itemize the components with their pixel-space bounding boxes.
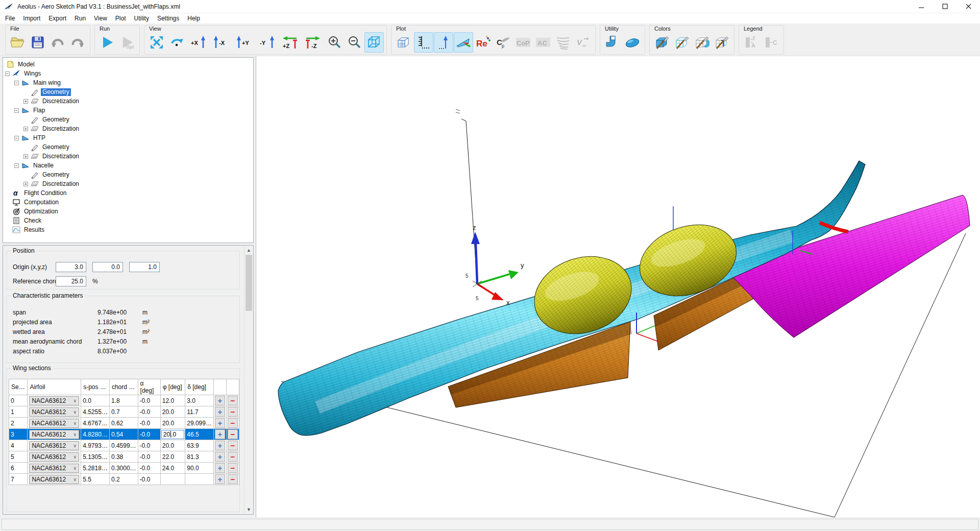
origin-y-field[interactable]: 0.0 bbox=[92, 262, 123, 272]
tree-item-geometry[interactable]: Geometry bbox=[3, 87, 253, 96]
value-cell[interactable] bbox=[160, 474, 185, 485]
value-cell[interactable]: 3.0 bbox=[185, 395, 214, 406]
expand-icon[interactable]: + bbox=[23, 127, 28, 131]
remove-section-button[interactable]: − bbox=[228, 441, 238, 450]
value-cell[interactable]: 90.0 bbox=[185, 463, 214, 474]
view-plus-z-button[interactable]: +Z bbox=[279, 32, 301, 53]
value-cell[interactable]: 20.0 bbox=[160, 418, 185, 429]
tree-item-discretization[interactable]: +Discretization bbox=[3, 179, 253, 188]
value-cell[interactable]: -0.0 bbox=[138, 429, 160, 440]
properties-scrollbar[interactable]: ▲ ▼ bbox=[244, 246, 253, 514]
plot-vectors-button[interactable] bbox=[434, 32, 453, 53]
value-cell[interactable]: 0.0 bbox=[81, 395, 110, 406]
plot-cp-button[interactable]: Cp bbox=[494, 32, 513, 53]
airfoil-dropdown[interactable]: NACA63612∨ bbox=[29, 407, 79, 417]
collapse-icon[interactable]: − bbox=[5, 71, 10, 76]
value-cell[interactable]: 5.1305… bbox=[81, 451, 110, 463]
menu-help[interactable]: Help bbox=[183, 14, 204, 23]
menu-view[interactable]: View bbox=[90, 14, 111, 23]
value-cell[interactable]: 24.0 bbox=[160, 463, 185, 474]
save-button[interactable] bbox=[28, 32, 47, 53]
value-cell[interactable]: 20.0 bbox=[160, 406, 185, 418]
add-section-button[interactable]: + bbox=[215, 441, 225, 450]
plot-ac-button[interactable]: AC bbox=[533, 32, 553, 53]
value-cell[interactable]: 4.5255… bbox=[81, 406, 110, 418]
value-cell[interactable]: 0.54 bbox=[109, 429, 138, 440]
airfoil-dropdown[interactable]: NACA63612∨ bbox=[29, 396, 79, 405]
scroll-up-arrow-icon[interactable]: ▲ bbox=[245, 246, 253, 254]
expand-icon[interactable]: + bbox=[23, 154, 28, 159]
reference-chord-field[interactable]: 25.0 bbox=[56, 276, 86, 286]
expand-icon[interactable]: + bbox=[23, 182, 28, 186]
value-cell[interactable]: 20.0 bbox=[160, 440, 185, 451]
legend-alpha-button[interactable]: A bbox=[742, 32, 761, 53]
table-row[interactable]: 0NACA63612∨0.01.8-0.012.03.0+− bbox=[9, 395, 239, 406]
table-row[interactable]: 3NACA63612∨4.8280…0.54-0.020.046.5+− bbox=[9, 429, 239, 440]
remove-section-button[interactable]: − bbox=[228, 474, 238, 484]
view-plus-y-button[interactable]: +Y bbox=[233, 32, 255, 53]
value-cell[interactable]: 4.6767… bbox=[81, 418, 110, 429]
plot-wing-geometry-button[interactable] bbox=[454, 32, 473, 53]
menu-file[interactable]: File bbox=[1, 14, 19, 23]
tree-item-computation[interactable]: Computation bbox=[3, 198, 253, 207]
value-cell[interactable]: 22.0 bbox=[160, 451, 185, 463]
table-row[interactable]: 6NACA63612∨5.2818…0.3000…-0.024.090.0+− bbox=[9, 463, 239, 474]
undo-button[interactable] bbox=[48, 32, 67, 53]
zoom-in-button[interactable] bbox=[325, 32, 344, 53]
value-cell[interactable]: 0.3000… bbox=[109, 463, 138, 474]
value-cell[interactable]: 4.8280… bbox=[81, 429, 110, 440]
tree-item-optimization[interactable]: Optimization bbox=[3, 207, 253, 216]
legend-c-button[interactable]: C bbox=[762, 32, 781, 53]
value-cell[interactable]: -0.0 bbox=[138, 451, 160, 463]
tree-item-discretization[interactable]: +Discretization bbox=[3, 124, 253, 133]
collapse-icon[interactable]: − bbox=[14, 163, 19, 168]
airfoil-dropdown[interactable]: NACA63612∨ bbox=[29, 419, 79, 428]
plot-discretization-button[interactable] bbox=[414, 32, 433, 53]
plot-cop-button[interactable]: CoP bbox=[513, 32, 533, 53]
value-cell[interactable]: 0.62 bbox=[109, 418, 138, 429]
tree-item-wings[interactable]: −Wings bbox=[3, 69, 253, 78]
fit-view-button[interactable] bbox=[147, 32, 166, 53]
scroll-down-arrow-icon[interactable]: ▼ bbox=[245, 505, 253, 514]
value-cell[interactable]: -0.0 bbox=[138, 440, 160, 451]
menu-plot[interactable]: Plot bbox=[111, 14, 130, 23]
remove-section-button[interactable]: − bbox=[228, 396, 238, 405]
table-row[interactable]: 7NACA63612∨5.50.2-0.0+− bbox=[9, 474, 239, 485]
tree-item-flap[interactable]: −Flap bbox=[3, 106, 253, 115]
value-cell[interactable]: -0.0 bbox=[138, 395, 160, 406]
add-section-button[interactable]: + bbox=[215, 418, 225, 428]
view-minus-y-button[interactable]: -Y bbox=[256, 32, 278, 53]
colors-light-button[interactable] bbox=[692, 32, 712, 53]
add-section-button[interactable]: + bbox=[215, 407, 225, 417]
value-cell[interactable]: 20.0 bbox=[160, 429, 185, 440]
run-optimization-button[interactable]: Opt bbox=[117, 32, 137, 53]
value-cell[interactable]: 4.9793… bbox=[81, 440, 110, 451]
value-cell[interactable]: -0.0 bbox=[138, 406, 160, 418]
menu-utility[interactable]: Utility bbox=[130, 14, 153, 23]
value-cell[interactable]: 0.38 bbox=[109, 451, 138, 463]
add-section-button[interactable]: + bbox=[215, 429, 225, 439]
cell-editor-input[interactable]: 20.0 bbox=[161, 430, 185, 439]
value-cell[interactable]: -0.0 bbox=[138, 474, 160, 485]
expand-icon[interactable]: + bbox=[23, 99, 28, 104]
remove-section-button[interactable]: − bbox=[228, 452, 238, 462]
run-button[interactable] bbox=[97, 32, 117, 53]
airfoil-dropdown[interactable]: NACA63612∨ bbox=[29, 464, 79, 473]
open-file-button[interactable] bbox=[8, 32, 28, 53]
table-row[interactable]: 2NACA63612∨4.6767…0.62-0.020.029.099…+− bbox=[9, 418, 239, 429]
tree-item-check[interactable]: Check bbox=[3, 216, 253, 225]
tree-item-geometry[interactable]: Geometry bbox=[3, 170, 253, 179]
airfoil-dropdown[interactable]: NACA63612∨ bbox=[29, 452, 79, 462]
remove-section-button[interactable]: − bbox=[228, 407, 238, 417]
menu-export[interactable]: Export bbox=[44, 14, 70, 23]
airfoil-dropdown[interactable]: NACA63612∨ bbox=[29, 430, 79, 439]
remove-section-button[interactable]: − bbox=[228, 429, 238, 439]
close-button[interactable] bbox=[957, 0, 980, 13]
add-section-button[interactable]: + bbox=[215, 463, 225, 473]
add-section-button[interactable]: + bbox=[215, 452, 225, 462]
plot-reynolds-button[interactable]: Re bbox=[474, 32, 493, 53]
origin-x-field[interactable]: 3.0 bbox=[56, 262, 86, 272]
menu-run[interactable]: Run bbox=[70, 14, 90, 23]
view-minus-z-button[interactable]: -Z bbox=[302, 32, 324, 53]
value-cell[interactable]: 63.9 bbox=[185, 440, 214, 451]
